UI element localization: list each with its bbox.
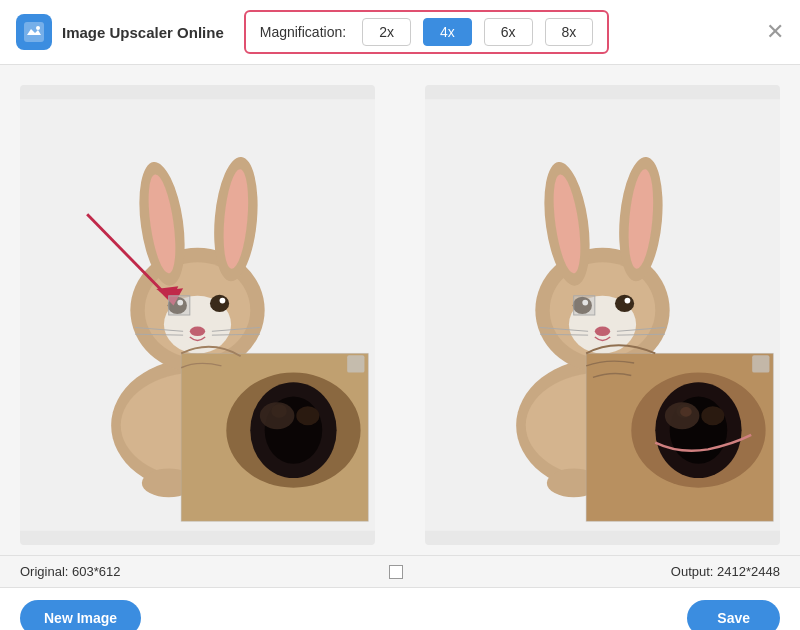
footer: New Image Save: [0, 587, 800, 630]
svg-rect-56: [574, 296, 595, 315]
status-bar: Original: 603*612 Output: 2412*2448: [0, 555, 800, 587]
mag-4x-button[interactable]: 4x: [423, 18, 472, 46]
svg-point-49: [595, 327, 610, 337]
logo-icon: [16, 14, 52, 50]
original-rabbit-svg: [20, 85, 375, 545]
svg-rect-26: [169, 296, 190, 315]
logo-area: Image Upscaler Online: [16, 14, 224, 50]
svg-point-33: [260, 402, 295, 429]
new-image-button[interactable]: New Image: [20, 600, 141, 630]
original-image-panel[interactable]: [20, 85, 375, 545]
output-dimensions: Output: 2412*2448: [671, 564, 780, 579]
mag-label: Magnification:: [260, 24, 346, 40]
svg-rect-34: [347, 355, 364, 372]
mag-2x-button[interactable]: 2x: [362, 18, 411, 46]
status-separator: [120, 565, 670, 579]
svg-rect-65: [752, 355, 769, 372]
mag-8x-button[interactable]: 8x: [545, 18, 594, 46]
svg-point-16: [190, 327, 205, 337]
output-rabbit-svg: [425, 85, 780, 545]
mag-6x-button[interactable]: 6x: [484, 18, 533, 46]
svg-point-46: [615, 295, 634, 312]
svg-point-15: [220, 298, 226, 304]
svg-point-64: [680, 407, 692, 417]
svg-point-63: [665, 402, 700, 429]
original-dimensions: Original: 603*612: [20, 564, 120, 579]
main-content: [0, 65, 800, 555]
compare-checkbox[interactable]: [389, 565, 403, 579]
magnification-controls: Magnification: 2x 4x 6x 8x: [244, 10, 610, 54]
app-title: Image Upscaler Online: [62, 24, 224, 41]
close-button[interactable]: ✕: [766, 21, 784, 43]
svg-point-1: [36, 26, 40, 30]
header: Image Upscaler Online Magnification: 2x …: [0, 0, 800, 65]
panel-separator: [385, 85, 415, 545]
svg-point-31: [296, 406, 319, 425]
save-button[interactable]: Save: [687, 600, 780, 630]
svg-point-61: [701, 406, 724, 425]
svg-point-13: [210, 295, 229, 312]
svg-point-48: [625, 298, 631, 304]
output-image-panel[interactable]: [425, 85, 780, 545]
